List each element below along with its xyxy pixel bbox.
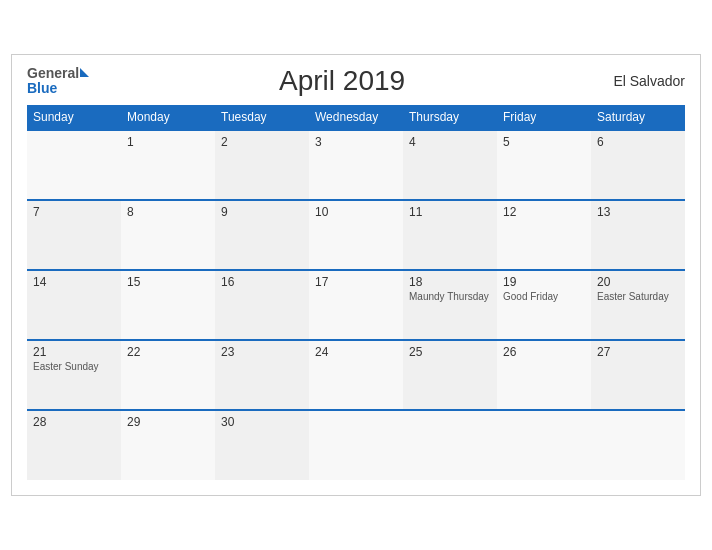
logo-triangle-icon — [80, 68, 89, 77]
day-number: 6 — [597, 135, 679, 149]
calendar-week-row: 123456 — [27, 130, 685, 200]
calendar-week-row: 78910111213 — [27, 200, 685, 270]
calendar-cell: 7 — [27, 200, 121, 270]
calendar-cell: 21Easter Sunday — [27, 340, 121, 410]
logo-blue-text: Blue — [27, 80, 57, 96]
day-number: 21 — [33, 345, 115, 359]
header-friday: Friday — [497, 105, 591, 130]
day-number: 28 — [33, 415, 115, 429]
calendar-cell — [403, 410, 497, 480]
header-thursday: Thursday — [403, 105, 497, 130]
calendar-container: General Blue April 2019 El Salvador Sund… — [11, 54, 701, 496]
calendar-week-row: 21Easter Sunday222324252627 — [27, 340, 685, 410]
calendar-cell: 30 — [215, 410, 309, 480]
calendar-cell: 25 — [403, 340, 497, 410]
calendar-cell: 13 — [591, 200, 685, 270]
calendar-week-row: 282930 — [27, 410, 685, 480]
day-number: 4 — [409, 135, 491, 149]
day-number: 27 — [597, 345, 679, 359]
header-saturday: Saturday — [591, 105, 685, 130]
calendar-cell: 5 — [497, 130, 591, 200]
day-number: 25 — [409, 345, 491, 359]
calendar-cell: 6 — [591, 130, 685, 200]
day-number: 3 — [315, 135, 397, 149]
header-wednesday: Wednesday — [309, 105, 403, 130]
day-number: 15 — [127, 275, 209, 289]
calendar-cell: 22 — [121, 340, 215, 410]
calendar-cell: 18Maundy Thursday — [403, 270, 497, 340]
calendar-cell: 4 — [403, 130, 497, 200]
calendar-header: General Blue April 2019 El Salvador — [27, 65, 685, 97]
day-number: 20 — [597, 275, 679, 289]
calendar-cell: 9 — [215, 200, 309, 270]
logo-general-text: General — [27, 66, 79, 80]
calendar-cell: 3 — [309, 130, 403, 200]
day-number: 5 — [503, 135, 585, 149]
calendar-cell: 27 — [591, 340, 685, 410]
day-number: 18 — [409, 275, 491, 289]
day-number: 19 — [503, 275, 585, 289]
calendar-cell: 17 — [309, 270, 403, 340]
calendar-cell: 10 — [309, 200, 403, 270]
day-number: 24 — [315, 345, 397, 359]
day-number: 22 — [127, 345, 209, 359]
holiday-label: Good Friday — [503, 291, 585, 302]
day-number: 9 — [221, 205, 303, 219]
holiday-label: Easter Sunday — [33, 361, 115, 372]
calendar-cell — [497, 410, 591, 480]
calendar-cell — [591, 410, 685, 480]
day-number: 30 — [221, 415, 303, 429]
day-number: 29 — [127, 415, 209, 429]
calendar-cell: 2 — [215, 130, 309, 200]
day-number: 10 — [315, 205, 397, 219]
calendar-cell: 28 — [27, 410, 121, 480]
holiday-label: Maundy Thursday — [409, 291, 491, 302]
day-number: 16 — [221, 275, 303, 289]
calendar-cell: 24 — [309, 340, 403, 410]
logo: General Blue — [27, 66, 89, 96]
day-number: 7 — [33, 205, 115, 219]
calendar-cell: 11 — [403, 200, 497, 270]
day-number: 14 — [33, 275, 115, 289]
header-tuesday: Tuesday — [215, 105, 309, 130]
day-number: 2 — [221, 135, 303, 149]
calendar-cell: 1 — [121, 130, 215, 200]
calendar-week-row: 1415161718Maundy Thursday19Good Friday20… — [27, 270, 685, 340]
day-number: 17 — [315, 275, 397, 289]
calendar-cell: 14 — [27, 270, 121, 340]
holiday-label: Easter Saturday — [597, 291, 679, 302]
calendar-cell: 20Easter Saturday — [591, 270, 685, 340]
header-sunday: Sunday — [27, 105, 121, 130]
calendar-cell: 12 — [497, 200, 591, 270]
calendar-cell — [27, 130, 121, 200]
day-number: 12 — [503, 205, 585, 219]
calendar-cell: 19Good Friday — [497, 270, 591, 340]
calendar-cell: 16 — [215, 270, 309, 340]
calendar-table: Sunday Monday Tuesday Wednesday Thursday… — [27, 105, 685, 480]
calendar-cell: 8 — [121, 200, 215, 270]
calendar-country: El Salvador — [595, 73, 685, 89]
header-monday: Monday — [121, 105, 215, 130]
calendar-title: April 2019 — [89, 65, 595, 97]
day-number: 8 — [127, 205, 209, 219]
calendar-cell: 15 — [121, 270, 215, 340]
day-number: 11 — [409, 205, 491, 219]
day-number: 26 — [503, 345, 585, 359]
day-number: 13 — [597, 205, 679, 219]
day-number: 1 — [127, 135, 209, 149]
day-number: 23 — [221, 345, 303, 359]
calendar-cell — [309, 410, 403, 480]
weekday-header-row: Sunday Monday Tuesday Wednesday Thursday… — [27, 105, 685, 130]
calendar-cell: 29 — [121, 410, 215, 480]
calendar-cell: 26 — [497, 340, 591, 410]
calendar-cell: 23 — [215, 340, 309, 410]
